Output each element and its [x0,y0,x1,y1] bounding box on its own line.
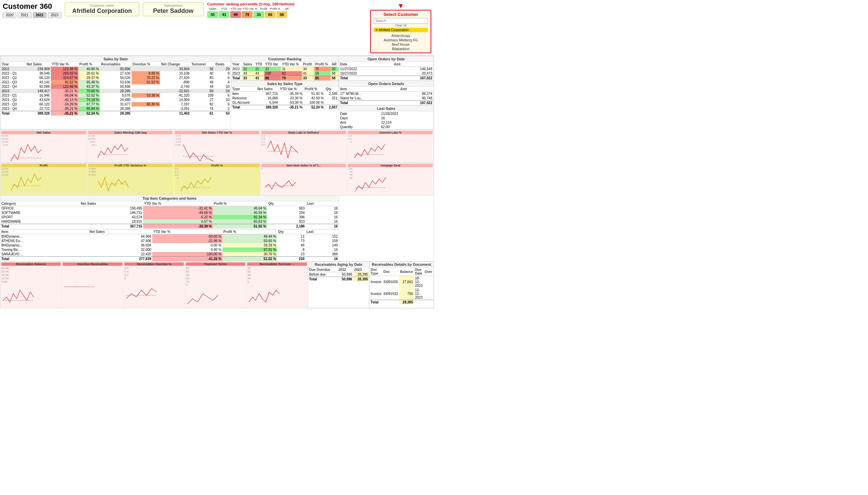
recv-terms-chart [186,287,245,307]
sales-by-date-title: Sales by Date [1,56,231,62]
year-tab-2023[interactable]: 2023 [48,12,62,18]
col-net-change: Net Change [160,62,190,67]
remove-customer-button[interactable]: ✕ [375,28,378,32]
table-row: Total [370,300,382,305]
col-recv: Receivables [100,62,132,67]
table-row: 2023 - Q3 [1,102,25,106]
last-sales-section: Last Sales Date11/26/2023 Days16 Amt22,1… [339,105,434,130]
chart-cell: Profit 30.0K20.0K10.0K [0,163,87,195]
list-item[interactable]: Beef House [374,42,428,47]
chart-title: Days Late in Delivery [261,131,346,134]
rank-ytd: 41 [219,11,229,18]
table-row: Invoice [370,276,382,288]
red-arrow-icon: ▼ [370,2,431,10]
table-row: 2022 - Q2 [1,75,25,80]
sales-by-date-table: Year Net Sales YTD Var % Profit % Receiv… [1,62,231,116]
customer-name: Afrifield Corporation [72,7,132,15]
aging-section: Receivables Aging by Date Due Overdue 20… [308,261,369,308]
chart-title: Non Item Sales % of T... [261,164,346,167]
chart-cell: Amount Late % 0.80.40 [347,130,434,163]
recv-chart-terms: Payment Terms 50403020100 [185,261,246,308]
table-row: 2022 [1,67,25,71]
table-row: SPORT [0,215,80,219]
table-row: OFFICE [0,206,80,211]
table-row: Total [231,105,256,110]
table-row: 2023 - Q1 [1,93,25,98]
table-row: 2022 [231,67,242,71]
title-block: Customer 360 2020 2021 2022 2023 [3,2,62,18]
recv-balance-chart [1,284,61,304]
selected-customer-tag: ✕ Afrifield Corporation [374,28,428,32]
clear-all-button[interactable]: Clear All [374,24,428,27]
chart-title: Profit % [175,164,259,167]
table-row: Total [231,76,242,81]
open-orders-details-section: Open Orders Details ItemAmt 17" M780 M..… [339,81,434,105]
chart-svg [182,134,259,161]
top-items-title: Top Item Categories and Items [0,195,339,201]
chart-cell: Sales Moving 12M avg 15.0K10.0K5.0K.0K [87,130,174,163]
chart-svg [9,167,86,194]
recv-overdue-chart [63,267,122,294]
recv-overdue-title: Overdue Receivables [63,262,122,266]
table-row: 2023 [231,71,242,76]
sales-type-table: Type Net Sales YTD Var % Profit % Qty It… [231,87,338,109]
items-section: Top Item Categories and Items Category N… [0,195,434,261]
year-tab-2020[interactable]: 2020 [3,12,16,18]
chart-svg [263,167,346,194]
salesperson-label: Salesperson [150,4,197,7]
table-row: SOFTWARE [0,210,80,215]
customer-block: Customer name Afrifield Corporation [65,2,139,16]
table-row: Total [0,257,88,261]
aging-title: Receivables Aging by Date [308,262,369,268]
rank-sales: 33 [207,11,218,18]
chart-svg [354,167,433,194]
ranking-title: Customer ranking percentile (1=top, 100=… [207,2,367,6]
items-table: Item Net Sales YTD Var % Profit % Qty La… [0,229,339,261]
table-row: Total [1,111,25,116]
open-orders-title: Open Orders by Date [339,56,433,62]
sales-type-title: Sales by Sales Type [231,81,338,87]
ranking-values: 33 41 99 79 33 65 58 [207,11,367,18]
chart-cell: Net Sales 50.0K30.0K10.0K0.0K [0,130,87,163]
recv-details-table: Doc Type Doc Balance Due Date Over Invoi… [370,268,433,305]
recv-turnover-chart [247,284,307,304]
right-placeholder [339,195,434,261]
ranking-headers: Sales YTD YTD Var YTD Var % Profit Profi… [207,7,367,11]
recv-chart-pct: Receivables Overdue % 0.60.40.20 [123,261,185,308]
table-row: Touring Bic... [0,248,88,252]
table-row: Total [308,277,338,282]
recv-details-title: Receivables Details by Document [370,262,433,268]
table-row: HARDWARE [0,219,80,224]
chart-cell: Net Sales YTD Var % 2.441.440.44-0.56 [174,130,260,163]
year-tab-2022[interactable]: 2022 [33,12,47,18]
chart-svg [96,167,173,194]
list-item[interactable]: Autohaus Mielberg KG [374,38,428,42]
arrow-block: ▼ Select Customer Clear All ✕ Afrifield … [370,2,431,53]
table-row: Invoice [370,288,382,300]
col-net-sales: Net Sales [25,62,51,67]
salesperson-block: Salesperson Peter Saddow [143,2,204,16]
chart-title: Profit YTD Variance % [88,164,173,167]
recv-terms-title: Payment Terms [186,262,245,266]
rank-ytd-var: 99 [230,11,241,18]
list-item[interactable]: Bilabankinn [374,47,428,51]
chart-svg [96,134,173,161]
open-orders-details-table: ItemAmt 17" M780 M...86,274Stand for Lou… [339,87,433,105]
page-title: Customer 360 [3,2,62,11]
customer-ranking-table: Year Sales YTD YTD Var YTD Var % Profit … [231,62,338,80]
select-customer-block: Select Customer Clear All ✕ Afrifield Co… [370,10,431,53]
recv-details-section: Receivables Details by Document Doc Type… [369,261,434,308]
recv-chart-overdue: Overdue Receivables [62,261,123,308]
categories-table: Category Net Sales YTD Var % Profit % Qt… [0,201,339,228]
year-tab-2021[interactable]: 2021 [18,12,31,18]
salesperson-name: Peter Saddow [150,7,197,15]
customer-list: Antarcticopy Autohaus Mielberg KG Beef H… [374,34,428,51]
rank-profit-pct: 65 [265,11,276,18]
recv-pct-chart [124,280,184,301]
col-ytd-var: YTD Var % [51,62,78,67]
select-customer-title: Select Customer [374,12,428,17]
col-turnover: Turnover [190,62,215,67]
chart-title: Net Sales YTD Var % [175,131,259,134]
list-item[interactable]: Antarcticopy [374,34,428,38]
search-input[interactable] [374,18,428,24]
